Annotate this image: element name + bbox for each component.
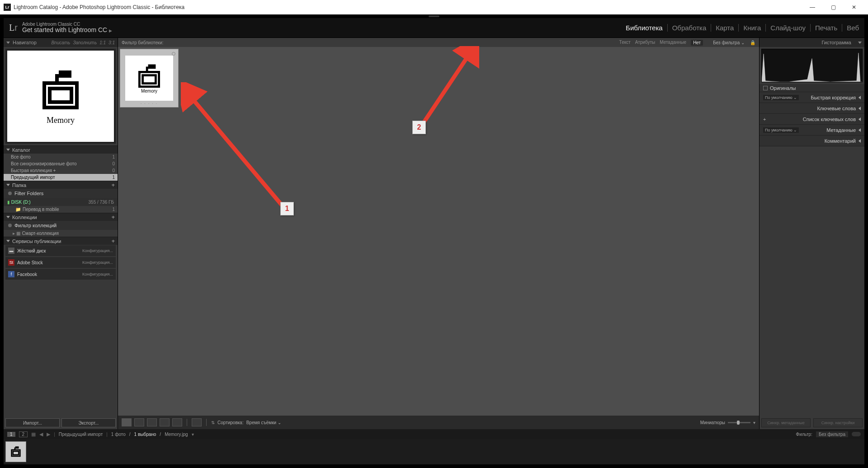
filter-lock-icon[interactable]: 🔒	[750, 40, 755, 45]
module-slideshow[interactable]: Слайд-шоу	[766, 24, 811, 32]
filmstrip-thumbnail[interactable]	[5, 441, 26, 462]
filmstrip[interactable]	[4, 439, 864, 464]
nav-forward-icon[interactable]: ▶	[47, 431, 50, 437]
facebook-icon: f	[8, 271, 14, 277]
module-print[interactable]: Печать	[811, 24, 842, 32]
add-collection-icon[interactable]: +	[111, 214, 115, 220]
nav-fill[interactable]: Заполнить	[73, 40, 97, 45]
sync-metadata-button[interactable]: Синхр. метаданные	[761, 418, 811, 427]
filename[interactable]: Memory.jpg	[165, 432, 188, 437]
filter-text[interactable]: Текст	[619, 40, 631, 46]
memory-folder-icon	[38, 68, 83, 113]
sort-value[interactable]: Время съёмки ⌄	[246, 420, 281, 425]
sync-settings-button[interactable]: Синхр. настройки	[813, 418, 863, 427]
filmstrip-info-bar: 1 2 ▦ ◀ ▶ | Предыдущий импорт | 1 фото /…	[4, 429, 864, 439]
catalog-quick-collection[interactable]: Быстрая коллекция +0	[4, 167, 118, 174]
view-compare-icon[interactable]	[147, 418, 157, 426]
add-folder-icon[interactable]: +	[111, 182, 115, 188]
sort-direction-icon[interactable]: ⇅	[211, 420, 215, 425]
publish-harddisk[interactable]: ▬Жёсткий дискКонфигурация...	[5, 245, 116, 256]
thumbnail-size-slider[interactable]	[728, 422, 750, 423]
collections-header[interactable]: Коллекции+	[4, 213, 118, 221]
smart-collection[interactable]: ▸ ▦Смарт-коллекция	[4, 230, 118, 237]
collection-filter[interactable]: Фильтр коллекций	[4, 221, 118, 230]
source-label[interactable]: Предыдущий импорт	[59, 432, 103, 437]
module-web[interactable]: Веб	[842, 24, 859, 32]
close-button[interactable]: ✕	[844, 0, 864, 14]
quick-develop-header[interactable]: По умолчанию ⌄Быстрая коррекция	[760, 92, 864, 103]
histogram-header[interactable]: Гистограмма	[760, 38, 864, 47]
publish-adobestock[interactable]: StAdobe StockКонфигурация...	[5, 257, 116, 268]
keywords-header[interactable]: Ключевые слова	[760, 103, 864, 114]
view-loupe-icon[interactable]	[134, 418, 144, 426]
export-button[interactable]: Экспорт...	[61, 418, 116, 427]
grid-toolbar: ⇅ Сортировка: Время съёмки ⌄ Миниатюры ▾	[118, 416, 759, 429]
filmstrip-switch-icon[interactable]	[852, 432, 861, 436]
window-title: Lightroom Catalog - Adobe Photoshop Ligh…	[14, 4, 184, 10]
rating-dots[interactable]: · · · · ·	[141, 102, 158, 106]
metadata-preset-dropdown[interactable]: По умолчанию ⌄	[763, 127, 799, 133]
import-button[interactable]: Импорт...	[5, 418, 60, 427]
module-map[interactable]: Карта	[711, 24, 739, 32]
filename-dropdown-icon[interactable]: ▾	[192, 432, 194, 437]
grid-view[interactable]: Memory · · · · ·	[118, 47, 759, 416]
metadata-header[interactable]: По умолчанию ⌄Метаданные	[760, 125, 864, 136]
disclosure-icon	[858, 42, 862, 44]
view-people-icon[interactable]	[172, 418, 182, 426]
filter-none[interactable]: Нет	[691, 40, 703, 46]
toolbar-expand-icon[interactable]: ▾	[753, 420, 755, 425]
preset-dropdown[interactable]: По умолчанию ⌄	[763, 95, 799, 100]
second-display[interactable]: 2	[19, 431, 28, 437]
view-grid-icon[interactable]	[122, 418, 132, 426]
right-panel: Гистограмма Оригиналы По умолчанию ⌄Быст…	[760, 38, 864, 429]
flag-icon[interactable]	[172, 52, 175, 56]
catalog-previous-import[interactable]: Предыдущий импорт1	[4, 174, 118, 181]
nav-3-1[interactable]: 3:1	[108, 40, 115, 45]
grid-nav-icon[interactable]: ▦	[31, 431, 36, 437]
module-develop[interactable]: Обработка	[668, 24, 712, 32]
left-panel: Навигатор Вписать Заполнить 1:1 3:1 Memo…	[4, 38, 118, 429]
catalog-all-photos[interactable]: Все фото1	[4, 154, 118, 160]
svg-rect-1	[50, 89, 71, 102]
folders-header[interactable]: Папка+	[4, 181, 118, 189]
module-library[interactable]: Библиотека	[621, 24, 668, 32]
thumbnail[interactable]: Memory · · · · ·	[120, 49, 179, 108]
top-panel-handle[interactable]	[0, 14, 868, 18]
filter-icon	[8, 224, 12, 227]
publish-facebook[interactable]: fFacebookКонфигурация...	[5, 269, 116, 280]
module-book[interactable]: Книга	[739, 24, 766, 32]
histogram[interactable]	[761, 49, 863, 82]
filter-preset[interactable]: Без фильтра ⌄	[713, 40, 745, 45]
filmstrip-filter-label: Фильтр:	[796, 432, 812, 437]
folder-item[interactable]: 📁Перевод в mobile1	[4, 206, 118, 213]
catalog-header[interactable]: Каталог	[4, 145, 118, 154]
navigator-preview[interactable]: Memory	[5, 49, 116, 144]
maximize-button[interactable]: ▢	[823, 0, 844, 14]
nav-back-icon[interactable]: ◀	[39, 431, 43, 437]
filter-metadata[interactable]: Метаданные	[660, 40, 686, 46]
folder-filter[interactable]: Filter Folders	[4, 189, 118, 198]
comments-header[interactable]: Комментарий	[760, 136, 864, 146]
identity-plate[interactable]: Adobe Lightroom Classic CC Get started w…	[22, 22, 112, 33]
painter-icon[interactable]	[192, 418, 202, 426]
sort-label: Сортировка:	[217, 420, 244, 425]
nav-1-1[interactable]: 1:1	[99, 40, 106, 45]
catalog-synced-photos[interactable]: Все синхронизированные фото0	[4, 160, 118, 167]
keyword-list-header[interactable]: +Список ключевых слов	[760, 114, 864, 125]
app-header: Lr Adobe Lightroom Classic CC Get starte…	[4, 18, 864, 38]
module-picker: Библиотека Обработка Карта Книга Слайд-ш…	[621, 24, 859, 32]
publish-header[interactable]: Сервисы публикации+	[4, 237, 118, 245]
app-icon: Lr	[4, 4, 11, 11]
disk-volume[interactable]: ▮ DISK (D:)355 / 736 ГБ	[4, 198, 118, 206]
originals-checkbox[interactable]	[763, 86, 768, 90]
main-display[interactable]: 1	[7, 432, 15, 437]
filter-attributes[interactable]: Атрибуты	[635, 40, 655, 46]
view-survey-icon[interactable]	[160, 418, 170, 426]
originals-label: Оригиналы	[770, 85, 796, 91]
nav-fit[interactable]: Вписать	[51, 40, 70, 45]
add-publish-icon[interactable]: +	[111, 238, 115, 244]
minimize-button[interactable]: ―	[802, 0, 823, 14]
filmstrip-filter-preset[interactable]: Без фильтра	[816, 431, 848, 437]
navigator-header[interactable]: Навигатор Вписать Заполнить 1:1 3:1	[4, 38, 118, 47]
window-titlebar: Lr Lightroom Catalog - Adobe Photoshop L…	[0, 0, 868, 14]
